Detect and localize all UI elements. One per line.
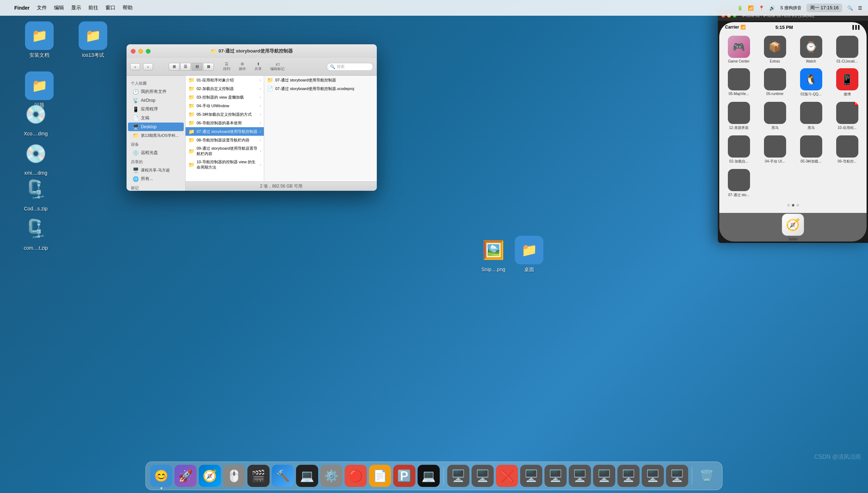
dock-app12[interactable]: 🖥️: [617, 465, 640, 487]
app-heima1[interactable]: 黑马: [758, 102, 791, 130]
input-method[interactable]: S 搜狗拼音: [780, 5, 801, 11]
forward-button[interactable]: ›: [143, 63, 153, 70]
notification-icon[interactable]: ☰: [858, 5, 862, 11]
dock-mouse[interactable]: 🖱️: [223, 465, 245, 487]
app-weibo[interactable]: 📱 微博: [830, 68, 864, 97]
sidebar-item-shared-course[interactable]: 🖥️ 课程共享-马方超: [128, 166, 184, 174]
action-label[interactable]: ⚙ 操作: [239, 62, 246, 71]
tag-label[interactable]: 🏷 编辑标记: [270, 62, 285, 71]
desktop-icon-ios13[interactable]: 📁 ios13考试: [75, 21, 111, 59]
app-qq[interactable]: 🐧 01预习-QQ...: [794, 68, 828, 97]
file-item[interactable]: 📁 09-通过 storyboard使用导航设置导航栏内容 ›: [186, 144, 264, 158]
desktop-icon-com-zip[interactable]: 🗜️ com....t.zip: [18, 214, 54, 251]
app-runtime[interactable]: 05-runtime: [758, 68, 791, 97]
time-display[interactable]: 周一 17:15:16: [807, 4, 842, 12]
app-game-center[interactable]: 🎮 Game Center: [722, 36, 755, 63]
menu-help[interactable]: 帮助: [123, 5, 133, 11]
share-label[interactable]: ⬆ 共享: [255, 62, 262, 71]
minimize-button[interactable]: [138, 49, 143, 54]
sidebar-item-documents[interactable]: 📄 文稿: [128, 114, 184, 123]
dock-app4[interactable]: 💻: [418, 465, 440, 487]
file-item[interactable]: 📁 05-3种加载自定义控制器的方式 ›: [186, 110, 264, 119]
file-item[interactable]: 📁 08-导航控制器设置导航栏内容 ›: [186, 136, 264, 144]
dock-app11[interactable]: 🖥️: [593, 465, 615, 487]
dock-terminal[interactable]: 💻: [296, 465, 318, 487]
arrange-label[interactable]: ☰ 排列: [223, 62, 230, 71]
dock-safari[interactable]: 🧭: [199, 465, 221, 487]
dock-app5[interactable]: 🖥️: [447, 465, 469, 487]
menu-view[interactable]: 显示: [71, 5, 81, 11]
dock-app10[interactable]: 🖥️: [569, 465, 591, 487]
sidebar-item-all-files[interactable]: 🕐 我的所有文件: [128, 87, 184, 96]
app-cllocation[interactable]: 01-CLlocati...: [830, 36, 864, 63]
column-view-btn[interactable]: ⊟: [192, 63, 202, 71]
dock-app3[interactable]: 🅿️: [393, 465, 415, 487]
file-item-selected[interactable]: 📁 07-通过 storyboard使用导航控制器 ›: [186, 127, 264, 136]
folder-icon: 📁: [267, 77, 273, 83]
app-load[interactable]: 02-加载自...: [722, 135, 755, 164]
back-button[interactable]: ‹: [130, 63, 140, 70]
dock-launchpad[interactable]: 🚀: [174, 465, 197, 487]
file-item[interactable]: 📁 03-控制器的 view 是懒加载 ›: [186, 93, 264, 101]
folder-icon: 📁: [188, 77, 194, 83]
file-item[interactable]: 📁 02-加载自定义控制器 ›: [186, 84, 264, 93]
menu-edit[interactable]: 编辑: [54, 5, 64, 11]
app-watch[interactable]: ⌚ Watch: [794, 36, 828, 63]
search-icon[interactable]: 🔍: [847, 5, 853, 11]
menu-file[interactable]: 文件: [37, 5, 47, 11]
app-heima2[interactable]: 黑马: [794, 102, 828, 130]
sidebar-item-airdrop[interactable]: 📡 AirDrop: [128, 96, 184, 105]
desktop-icon-xco-dmg[interactable]: 💿 Xco....dmg: [18, 100, 54, 136]
file-item[interactable]: 📁 07-通过 storyboard使用导航控制器: [264, 76, 377, 84]
storyboard-icon: [728, 169, 750, 191]
dock-app6[interactable]: 🖥️: [472, 465, 494, 487]
file-item-xcodeproj[interactable]: 📄 07-通过 storyboard使用导航控制器.xcodeproj: [264, 84, 377, 93]
dock-app8[interactable]: 🖥️: [520, 465, 542, 487]
sidebar-item-remote-disc[interactable]: 💿 远程光盘: [128, 148, 184, 157]
app-meituan[interactable]: 12-美团界面: [722, 102, 755, 130]
dock-app14[interactable]: 🖥️: [666, 465, 688, 487]
menu-window[interactable]: 窗口: [105, 5, 115, 11]
app-mapview[interactable]: 05-MapVie...: [722, 68, 755, 97]
dock-xcode[interactable]: 🔨: [272, 465, 294, 487]
close-button[interactable]: [131, 49, 135, 54]
desktop-icon-snip[interactable]: 🖼️ Snip....png: [475, 236, 511, 272]
app-label: Watch: [806, 59, 816, 63]
dock-finder[interactable]: 😊: [150, 465, 172, 487]
sidebar-item-applications[interactable]: 📱 应用程序: [128, 105, 184, 114]
app-storyboard-nav[interactable]: 07-通过 sto...: [722, 169, 755, 198]
desktop-icon-xmi-dmg[interactable]: 💿 xmi....dmg: [18, 139, 54, 176]
dock-app9[interactable]: 🖥️: [544, 465, 567, 487]
menu-go[interactable]: 前往: [88, 5, 98, 11]
dock-safari[interactable]: 🧭 Safari: [782, 214, 804, 241]
app-uiwindow[interactable]: 04-手动 UI...: [758, 135, 791, 164]
app-nav[interactable]: 06-导航控...: [830, 135, 864, 164]
desktop-icon-install-docs[interactable]: 📁 安装文档: [21, 21, 57, 59]
file-item[interactable]: 📁 04-手动 UIWindow ›: [186, 101, 264, 110]
icon-view-btn[interactable]: ⊞: [169, 63, 179, 71]
cover-flow-btn[interactable]: ⊠: [203, 63, 214, 71]
app-extras[interactable]: 📦 Extras: [758, 36, 791, 63]
maximize-button[interactable]: [146, 49, 151, 54]
desktop-icon-desktop-folder[interactable]: 📁 桌面: [511, 236, 547, 273]
dock-mindnode[interactable]: 🔴: [345, 465, 367, 487]
sidebar-item-all-shared[interactable]: 🌐 所有...: [128, 174, 184, 183]
menu-bar-left: Finder 文件 编辑 显示 前往 窗口 帮助: [6, 5, 133, 11]
search-bar[interactable]: 🔍 搜索: [327, 63, 373, 71]
dock-dvd[interactable]: 🎬: [247, 465, 270, 487]
sidebar-item-desktop[interactable]: 🖥️ Desktop: [128, 123, 184, 131]
list-view-btn[interactable]: ☰: [180, 63, 191, 71]
dock-app7[interactable]: ❌: [496, 465, 518, 487]
file-item[interactable]: 📁 10-导航控制器的控制器 view 的生命周期方法 ›: [186, 158, 264, 171]
dock-sysprefs[interactable]: ⚙️: [320, 465, 342, 487]
dock-app2[interactable]: 📄: [369, 465, 391, 487]
file-item[interactable]: 📁 06-导航控制器的基本使用 ›: [186, 119, 264, 127]
menu-finder[interactable]: Finder: [14, 5, 30, 11]
app-app10[interactable]: 10 10-应用程...: [830, 102, 864, 130]
dock-trash[interactable]: 🗑️: [696, 465, 718, 487]
sidebar-item-heima[interactable]: 📁 第13期黑马iOS学科...: [128, 131, 184, 140]
app-3types[interactable]: 05-3种加载...: [794, 135, 828, 164]
desktop-icon-cod-zip[interactable]: 🗜️ Cod...s.zip: [18, 175, 54, 211]
dock-app13[interactable]: 🖥️: [642, 465, 664, 487]
file-item[interactable]: 📁 01-应用程序对象介绍 ›: [186, 76, 264, 84]
